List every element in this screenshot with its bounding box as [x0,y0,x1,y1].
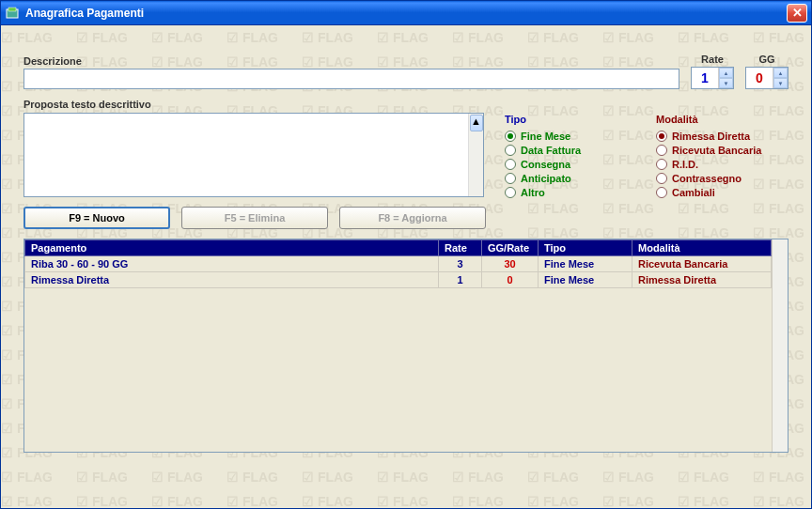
radio-icon [505,131,516,142]
tipo-option-0[interactable]: Fine Mese [505,131,637,142]
radio-label: Contrassegno [672,173,742,184]
scroll-up-icon[interactable]: ▲ [470,115,483,131]
modalita-option-0[interactable]: Rimessa Diretta [656,131,789,142]
tipo-option-1[interactable]: Data Fattura [505,145,637,156]
col-rate[interactable]: Rate [439,240,482,256]
radio-label: R.I.D. [672,159,698,170]
cell-tipo: Fine Mese [539,272,632,288]
modalita-option-3[interactable]: Contrassegno [656,173,789,184]
cell-tipo: Fine Mese [539,256,632,272]
tipo-group: Tipo Fine MeseData FatturaConsegnaAntici… [505,99,637,201]
radio-label: Data Fattura [521,145,581,156]
button-row: F9 = Nuovo F5 = Elimina F8 = Aggiorna [23,207,486,229]
modalita-option-1[interactable]: Ricevuta Bancaria [656,145,789,156]
radio-label: Cambiali [672,187,715,198]
rate-label: Rate [691,54,734,65]
radio-icon [656,159,667,170]
content-area: Descrizione Rate 1 ▲ ▼ GG 0 ▲ [1,25,811,508]
elimina-button[interactable]: F5 = Elimina [181,207,328,229]
rate-spinner-buttons: ▲ ▼ [718,68,733,88]
tipo-option-3[interactable]: Anticipato [505,173,637,184]
modalita-option-2[interactable]: R.I.D. [656,159,789,170]
grid-scrollbar[interactable] [772,239,788,452]
gg-spinner[interactable]: 0 ▲ ▼ [745,67,789,89]
proposta-group: Proposta testo descrittivo ▲ F9 = Nuovo … [23,99,486,229]
proposta-scrollbar[interactable]: ▲ [468,114,483,196]
gg-label: GG [745,54,789,65]
top-row: Descrizione Rate 1 ▲ ▼ GG 0 ▲ [23,54,789,89]
radio-icon [505,145,516,156]
cell-rate: 1 [439,272,482,288]
descrizione-group: Descrizione [23,55,679,89]
svg-rect-1 [8,8,16,11]
cell-pagamento: Rimessa Diretta [25,272,439,288]
cell-modalita: Ricevuta Bancaria [632,256,772,272]
radio-icon [505,173,516,184]
radio-icon [656,187,667,198]
gg-spinner-buttons: ▲ ▼ [773,68,788,88]
radio-icon [505,159,516,170]
radio-icon [656,173,667,184]
gg-value: 0 [746,68,773,88]
proposta-textarea[interactable]: ▲ [23,113,484,197]
col-pagamento[interactable]: Pagamento [25,240,439,256]
rate-spinner[interactable]: 1 ▲ ▼ [691,67,734,89]
modalita-title: Modalità [656,114,789,125]
radio-icon [505,187,516,198]
radio-icon [656,131,667,142]
cell-pagamento: Riba 30 - 60 - 90 GG [25,256,439,272]
table-row[interactable]: Riba 30 - 60 - 90 GG330Fine MeseRicevuta… [25,256,772,272]
col-modalita[interactable]: Modalità [632,240,772,256]
modalita-group: Modalità Rimessa DirettaRicevuta Bancari… [656,99,789,201]
gg-group: GG 0 ▲ ▼ [745,54,789,89]
gg-up-button[interactable]: ▲ [773,68,788,78]
rate-up-button[interactable]: ▲ [719,68,733,78]
descrizione-label: Descrizione [23,55,679,67]
proposta-label: Proposta testo descrittivo [23,99,486,110]
close-icon: ✕ [792,6,803,20]
radio-label: Ricevuta Bancaria [672,145,761,156]
col-ggrate[interactable]: GG/Rate [482,240,539,256]
window-title: Anagrafica Pagamenti [25,7,787,20]
cell-rate: 3 [439,256,482,272]
cell-modalita: Rimessa Diretta [632,272,772,288]
app-icon [5,6,20,21]
grid-header-row: Pagamento Rate GG/Rate Tipo Modalità [25,240,772,256]
middle-row: Proposta testo descrittivo ▲ F9 = Nuovo … [23,99,789,229]
cell-ggrate: 0 [482,272,539,288]
col-tipo[interactable]: Tipo [539,240,632,256]
rate-down-button[interactable]: ▼ [719,78,733,88]
titlebar[interactable]: Anagrafica Pagamenti ✕ [1,1,811,25]
tipo-option-2[interactable]: Consegna [505,159,637,170]
radio-label: Anticipato [521,173,571,184]
tipo-option-4[interactable]: Altro [505,187,637,198]
nuovo-button[interactable]: F9 = Nuovo [23,207,170,229]
window: Anagrafica Pagamenti ✕ Descrizione Rate … [0,0,812,509]
radio-label: Fine Mese [521,131,570,142]
gg-down-button[interactable]: ▼ [773,78,788,88]
radio-label: Consegna [521,159,570,170]
grid-container: Pagamento Rate GG/Rate Tipo Modalità Rib… [23,239,789,453]
tipo-title: Tipo [505,114,637,125]
radio-icon [656,145,667,156]
descrizione-input[interactable] [23,69,679,89]
aggiorna-button[interactable]: F8 = Aggiorna [339,207,486,229]
rate-value: 1 [692,68,718,88]
radio-label: Rimessa Diretta [672,131,750,142]
cell-ggrate: 30 [482,256,539,272]
modalita-option-4[interactable]: Cambiali [656,187,789,198]
close-button[interactable]: ✕ [787,4,807,23]
payments-grid[interactable]: Pagamento Rate GG/Rate Tipo Modalità Rib… [24,239,772,288]
table-row[interactable]: Rimessa Diretta10Fine MeseRimessa Dirett… [25,272,772,288]
rate-group: Rate 1 ▲ ▼ [691,54,734,89]
radio-label: Altro [521,187,545,198]
